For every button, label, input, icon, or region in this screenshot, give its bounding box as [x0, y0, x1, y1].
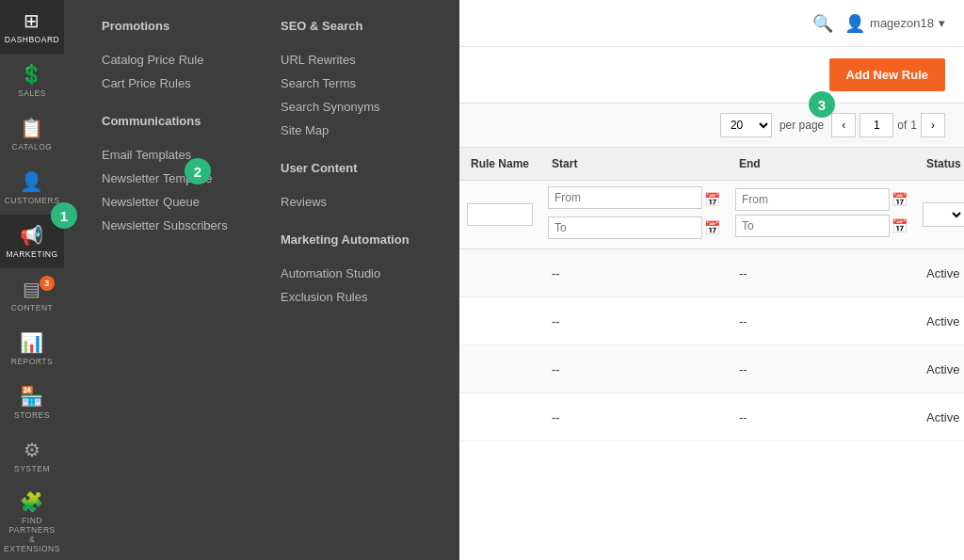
sidebar: ⊞ DASHBOARD 💲 SALES 📋 CATALOG 👤 CUSTOMER…: [0, 0, 64, 560]
table-header-row: Rule Name Start End Status Web Site Prio…: [459, 148, 964, 181]
filter-row: 📅 📅 📅 📅: [459, 181, 964, 249]
filter-status-cell: Active Inactive: [915, 181, 964, 249]
sidebar-label-content: CONTENT: [11, 303, 54, 312]
cell-rule-name: [459, 297, 540, 345]
email-templates-link[interactable]: Email Templates: [102, 143, 243, 167]
system-icon: ⚙: [24, 439, 41, 461]
catalog-price-rule-link[interactable]: Catalog Price Rule: [102, 48, 243, 72]
current-page-input[interactable]: [860, 113, 893, 137]
menu-section-seo: SEO & Search URL Rewrites Search Terms S…: [262, 19, 441, 161]
cell-rule-name: [459, 249, 540, 297]
filter-rule-name-input[interactable]: [467, 203, 533, 226]
catalog-icon: 📋: [20, 117, 44, 139]
col-start[interactable]: Start: [540, 148, 728, 181]
filter-end-cell: 📅 📅: [728, 181, 915, 249]
topbar-user-menu[interactable]: 👤 magezon18 ▾: [844, 13, 945, 34]
cell-rule-name: [459, 345, 540, 393]
filter-status-select[interactable]: Active Inactive: [923, 202, 964, 227]
page-of-label: of: [897, 119, 907, 132]
filter-start-cell: 📅 📅: [540, 181, 728, 249]
filter-end-from-input[interactable]: [735, 188, 890, 211]
topbar: 🔍 👤 magezon18 ▾: [459, 0, 964, 47]
filter-start-to-input[interactable]: [548, 216, 702, 239]
filter-end-to-input[interactable]: [735, 215, 890, 237]
cell-end: --: [728, 297, 915, 345]
cell-status: Active: [915, 249, 964, 297]
filter-start-from-input[interactable]: [548, 186, 702, 209]
prev-page-button[interactable]: ‹: [831, 113, 856, 137]
sidebar-item-system[interactable]: ⚙ SYSTEM: [0, 429, 64, 483]
cart-price-rules-link[interactable]: Cart Price Rules: [102, 72, 243, 95]
col-rule-name[interactable]: Rule Name: [459, 148, 540, 181]
topbar-dropdown-arrow: ▾: [939, 16, 945, 30]
cell-start: --: [540, 393, 728, 441]
automation-studio-link[interactable]: Automation Studio: [281, 262, 422, 285]
col-end[interactable]: End: [728, 148, 915, 181]
page-header: Add New Rule: [459, 47, 964, 104]
topbar-icons: 🔍 👤 magezon18 ▾: [812, 13, 945, 34]
sidebar-label-dashboard: DASHBOARD: [5, 35, 59, 44]
end-to-calendar-icon[interactable]: 📅: [892, 218, 908, 233]
sidebar-item-dashboard[interactable]: ⊞ DASHBOARD: [0, 0, 64, 54]
sidebar-item-marketing[interactable]: 📢 MARKETING: [0, 215, 64, 268]
start-to-calendar-icon[interactable]: 📅: [704, 220, 720, 235]
sidebar-item-customers[interactable]: 👤 CUSTOMERS: [0, 161, 64, 215]
sidebar-item-find-partners[interactable]: 🧩 FIND PARTNERS& EXTENSIONS: [0, 483, 64, 560]
communications-title: Communications: [102, 114, 243, 132]
content-badge: 3: [40, 276, 55, 291]
filter-start-from-wrap: 📅: [548, 186, 720, 213]
exclusion-rules-link[interactable]: Exclusion Rules: [281, 285, 422, 309]
promotions-title: Promotions: [102, 19, 243, 37]
newsletter-template-link[interactable]: Newsletter Template: [102, 167, 243, 190]
cell-status: Active: [915, 393, 964, 441]
end-from-calendar-icon[interactable]: 📅: [892, 192, 908, 207]
seo-title: SEO & Search: [281, 19, 422, 37]
marketing-icon: 📢: [20, 224, 44, 247]
newsletter-queue-link[interactable]: Newsletter Queue: [102, 190, 243, 214]
col-status[interactable]: Status: [915, 148, 964, 181]
filter-end-to-wrap: 📅: [735, 215, 908, 237]
table-container: Rule Name Start End Status Web Site Prio…: [459, 148, 964, 560]
sidebar-label-reports: REPORTS: [11, 357, 53, 366]
per-page-select[interactable]: 20 50 100: [720, 113, 772, 137]
sidebar-label-stores: STORES: [14, 410, 50, 420]
filter-start-to-wrap: 📅: [548, 216, 720, 239]
search-icon[interactable]: 🔍: [812, 13, 833, 34]
add-new-rule-button[interactable]: Add New Rule: [829, 58, 945, 91]
sidebar-item-sales[interactable]: 💲 SALES: [0, 54, 64, 107]
site-map-link[interactable]: Site Map: [281, 119, 422, 142]
search-synonyms-link[interactable]: Search Synonyms: [281, 95, 422, 119]
next-page-button[interactable]: ›: [921, 113, 945, 137]
cell-status: Active: [915, 345, 964, 393]
table-row[interactable]: -- -- Active Main Website 0: [459, 297, 964, 345]
filter-end-from-wrap: 📅: [735, 188, 908, 211]
dashboard-icon: ⊞: [24, 9, 40, 32]
search-terms-link[interactable]: Search Terms: [281, 72, 422, 95]
table-row[interactable]: -- -- Active Main Website 0: [459, 249, 964, 297]
menu-section-promotions: Promotions Catalog Price Rule Cart Price…: [83, 19, 262, 114]
sidebar-label-find-partners: FIND PARTNERS& EXTENSIONS: [4, 516, 60, 553]
newsletter-subscribers-link[interactable]: Newsletter Subscribers: [102, 214, 243, 237]
sidebar-label-system: SYSTEM: [14, 464, 50, 473]
table-row[interactable]: -- -- Active Main Website 0: [459, 345, 964, 393]
sidebar-label-marketing: MARKETING: [6, 249, 57, 259]
user-content-title: User Content: [281, 161, 422, 179]
url-rewrites-link[interactable]: URL Rewrites: [281, 48, 422, 72]
menu-section-communications: Communications Email Templates Newslette…: [83, 114, 262, 256]
menu-col-left: Promotions Catalog Price Rule Cart Price…: [83, 19, 262, 328]
sidebar-item-catalog[interactable]: 📋 CATALOG: [0, 107, 64, 161]
start-from-calendar-icon[interactable]: 📅: [704, 192, 720, 207]
sidebar-item-reports[interactable]: 📊 REPORTS: [0, 322, 64, 376]
sidebar-item-stores[interactable]: 🏪 STORES: [0, 376, 64, 429]
customers-icon: 👤: [20, 170, 44, 193]
cell-start: --: [540, 345, 728, 393]
content-icon: ▤: [23, 278, 41, 300]
table-row[interactable]: -- -- Active Main Website 0: [459, 393, 964, 441]
sidebar-item-content[interactable]: ▤ CONTENT 3: [0, 268, 64, 322]
sidebar-label-sales: SALES: [18, 88, 46, 98]
cell-start: --: [540, 249, 728, 297]
reviews-link[interactable]: Reviews: [281, 190, 422, 214]
per-page-label: per page: [779, 119, 824, 132]
page-nav: ‹ of 1 ›: [831, 113, 945, 137]
sidebar-label-customers: CUSTOMERS: [5, 196, 60, 205]
